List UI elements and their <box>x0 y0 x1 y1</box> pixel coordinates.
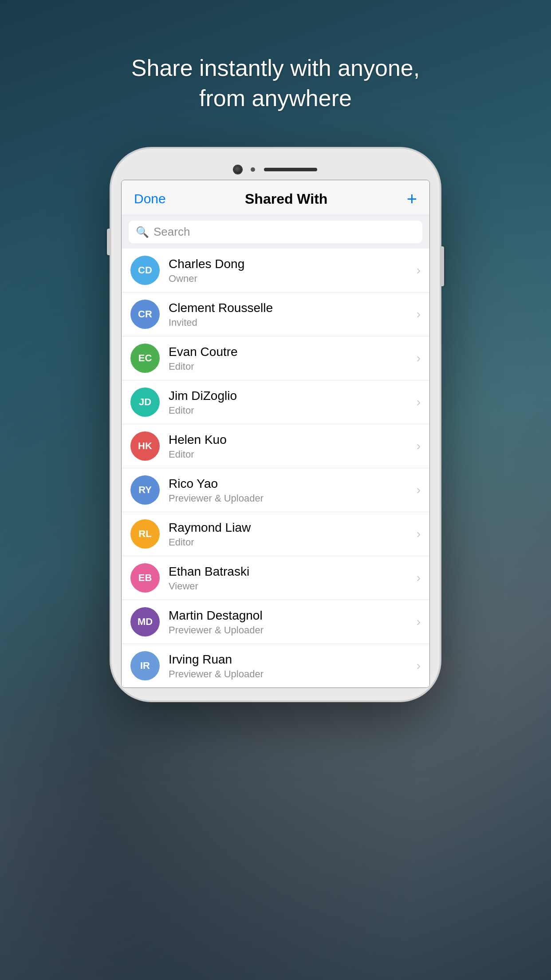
person-name: Jim DiZoglio <box>169 388 412 404</box>
person-row[interactable]: EB Ethan Batraski Viewer › <box>122 556 429 600</box>
person-info: Martin Destagnol Previewer & Uploader <box>169 608 412 636</box>
avatar: EB <box>130 563 160 593</box>
chevron-right-icon: › <box>417 395 421 409</box>
person-name: Martin Destagnol <box>169 608 412 624</box>
person-row[interactable]: IR Irving Ruan Previewer & Uploader › <box>122 644 429 688</box>
chevron-right-icon: › <box>417 307 421 321</box>
search-container: 🔍 Search <box>122 215 429 249</box>
phone-top-bar <box>121 161 430 180</box>
avatar: IR <box>130 651 160 680</box>
chevron-right-icon: › <box>417 263 421 277</box>
chevron-right-icon: › <box>417 351 421 365</box>
chevron-right-icon: › <box>417 615 421 629</box>
person-role: Invited <box>169 317 412 328</box>
person-row[interactable]: EC Evan Coutre Editor › <box>122 336 429 380</box>
person-row[interactable]: CD Charles Dong Owner › <box>122 249 429 292</box>
person-name: Ethan Batraski <box>169 564 412 580</box>
chevron-right-icon: › <box>417 571 421 585</box>
person-role: Previewer & Uploader <box>169 493 412 504</box>
person-row[interactable]: RL Raymond Liaw Editor › <box>122 512 429 556</box>
people-list: CD Charles Dong Owner › CR Clement Rouss… <box>122 249 429 688</box>
screen-title: Shared With <box>245 191 327 207</box>
chevron-right-icon: › <box>417 439 421 453</box>
person-role: Editor <box>169 361 412 372</box>
person-info: Irving Ruan Previewer & Uploader <box>169 652 412 680</box>
person-role: Previewer & Uploader <box>169 624 412 636</box>
person-row[interactable]: CR Clement Rousselle Invited › <box>122 292 429 336</box>
phone-mockup: Done Shared With + 🔍 Search CD Charles D… <box>111 149 440 700</box>
avatar: RY <box>130 475 160 505</box>
phone-side-button-left <box>107 229 110 255</box>
person-info: Raymond Liaw Editor <box>169 520 412 548</box>
navigation-bar: Done Shared With + <box>122 180 429 215</box>
person-name: Raymond Liaw <box>169 520 412 536</box>
person-role: Editor <box>169 537 412 548</box>
done-button[interactable]: Done <box>134 191 166 206</box>
search-icon: 🔍 <box>136 226 149 238</box>
search-input[interactable]: Search <box>153 225 190 239</box>
avatar: MD <box>130 607 160 636</box>
person-name: Clement Rousselle <box>169 300 412 316</box>
person-info: Charles Dong Owner <box>169 256 412 285</box>
person-info: Evan Coutre Editor <box>169 344 412 372</box>
avatar: JD <box>130 387 160 417</box>
avatar: CD <box>130 256 160 285</box>
person-role: Previewer & Uploader <box>169 668 412 680</box>
phone-side-button-right <box>441 246 444 286</box>
avatar: CR <box>130 300 160 329</box>
person-info: Clement Rousselle Invited <box>169 300 412 328</box>
person-info: Jim DiZoglio Editor <box>169 388 412 416</box>
person-row[interactable]: HK Helen Kuo Editor › <box>122 424 429 468</box>
avatar: EC <box>130 344 160 373</box>
chevron-right-icon: › <box>417 527 421 541</box>
person-name: Evan Coutre <box>169 344 412 360</box>
person-role: Editor <box>169 449 412 460</box>
person-name: Charles Dong <box>169 256 412 272</box>
person-row[interactable]: JD Jim DiZoglio Editor › <box>122 380 429 424</box>
earpiece <box>264 168 317 171</box>
person-row[interactable]: MD Martin Destagnol Previewer & Uploader… <box>122 600 429 644</box>
person-name: Helen Kuo <box>169 432 412 448</box>
tagline: Share instantly with anyone, from anywhe… <box>96 53 455 113</box>
avatar: RL <box>130 519 160 549</box>
person-role: Editor <box>169 405 412 416</box>
person-role: Owner <box>169 273 412 285</box>
person-info: Ethan Batraski Viewer <box>169 564 412 592</box>
person-role: Viewer <box>169 581 412 592</box>
search-bar[interactable]: 🔍 Search <box>129 221 422 243</box>
person-name: Rico Yao <box>169 476 412 492</box>
person-row[interactable]: RY Rico Yao Previewer & Uploader › <box>122 468 429 512</box>
person-info: Rico Yao Previewer & Uploader <box>169 476 412 504</box>
camera-icon <box>234 166 242 174</box>
phone-screen: Done Shared With + 🔍 Search CD Charles D… <box>121 180 430 688</box>
chevron-right-icon: › <box>417 659 421 673</box>
person-name: Irving Ruan <box>169 652 412 668</box>
add-button[interactable]: + <box>407 190 417 208</box>
sensor-dot <box>251 167 255 172</box>
chevron-right-icon: › <box>417 483 421 497</box>
person-info: Helen Kuo Editor <box>169 432 412 460</box>
avatar: HK <box>130 431 160 461</box>
